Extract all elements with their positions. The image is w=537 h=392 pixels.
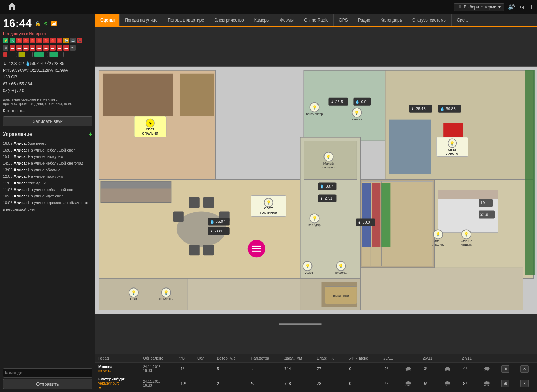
monitor-selector[interactable]: 🖥 Выберите терми ▾ (454, 3, 504, 11)
gear-icon[interactable]: ⚙ (43, 21, 48, 26)
wind-arrow-moscow: ← (251, 365, 258, 373)
main-layout: 16:44 🔒 ⚙ 📶 Нет доступа в Интернет ⚡ 🔧 🔴… (0, 14, 537, 392)
col-pressure: Давл., мм (281, 354, 314, 363)
command-input[interactable] (3, 368, 92, 378)
floor-plan-svg: 💡 вентилятор 💡 ванная 💡 Малый коридор (95, 27, 537, 354)
tab-elektrichestvo[interactable]: Электричество (209, 14, 249, 26)
tab-status-system[interactable]: Статусы системы (407, 14, 452, 26)
col-25: 25/11 (380, 354, 402, 363)
close-button-moscow[interactable]: ✕ (520, 365, 529, 373)
col-26: 26/11 (420, 354, 441, 363)
cloud-moscow (194, 363, 214, 375)
svg-rect-34 (187, 278, 300, 310)
record-sound-button[interactable]: Записать звук (3, 116, 92, 126)
svg-text:ГОСТИНАЯ: ГОСТИНАЯ (260, 211, 278, 214)
d2-icon-moscow: 🌧 (441, 363, 459, 375)
tab-fermy[interactable]: Фермы (275, 14, 299, 26)
grid-btn-ekaterinburg[interactable]: ⊞ (498, 375, 518, 392)
svg-text:🌡 -3.86: 🌡 -3.86 (210, 229, 223, 233)
svg-text:💡: 💡 (436, 232, 440, 237)
tab-kamery[interactable]: Камеры (249, 14, 275, 26)
tab-sceny[interactable]: Сцены (95, 14, 120, 26)
grid-button-ekaterinburg[interactable]: ⊞ (501, 380, 509, 387)
content-area: Сцены Погода на улице Погода в квартире … (95, 14, 537, 392)
d1-icon-ekaterinburg: 🌧 (402, 375, 420, 392)
svg-text:💡: 💡 (464, 232, 469, 237)
battery-2 (18, 52, 33, 57)
status-icon: 📞 (77, 38, 82, 43)
room-anuta[interactable]: 💡 СВЕТ АНЮТА (436, 137, 468, 157)
tab-online-radio[interactable]: Online Radio (299, 14, 334, 26)
svg-text:СВЕТ 2: СВЕТ 2 (461, 239, 472, 243)
tab-pogoda-ulitsa[interactable]: Погода на улице (120, 14, 163, 26)
grid-btn-moscow[interactable]: ⊞ (498, 363, 518, 375)
tab-gps[interactable]: GPS (334, 14, 353, 26)
room-bedroom[interactable]: ☀ СВЕТ СПАЛЬНЯ (134, 116, 166, 137)
log-entry: 16:09 Алиса: Уже вечер! (3, 140, 92, 147)
log-entry: 12:03 Алиса: На улице пасмурно (3, 173, 92, 180)
tab-sys[interactable]: Сис... (452, 14, 473, 26)
light-gtoilet[interactable]: 💡 г.туалет (302, 261, 313, 274)
svg-text:💧 55.97: 💧 55.97 (210, 219, 226, 224)
stat-weather: 🌡-12.8°C / 💧56.7 % / ⏱728.35 (3, 60, 92, 67)
light-turn-off-all[interactable]: выкл. все (325, 286, 357, 304)
light-rgb[interactable]: 💡 RGB (129, 288, 138, 301)
sidebar-log: 16:09 Алиса: Уже вечер! 16:03 Алиса: На … (3, 140, 92, 366)
tab-radio[interactable]: Радио (353, 14, 376, 26)
svg-rect-2 (103, 74, 173, 116)
status-icon: 🔴 (36, 38, 42, 43)
d1-temp-ekaterinburg: -4° (380, 375, 402, 392)
svg-text:💡: 💡 (450, 141, 455, 146)
room-living[interactable]: 💡 СВЕТ ГОСТИНАЯ (251, 195, 286, 216)
col-actions1 (498, 354, 518, 363)
col-cloud: Обл. (194, 354, 214, 363)
d1-temp-moscow: -2° (380, 363, 402, 375)
status-icon: 🔧 (10, 38, 15, 43)
city-link-ekaterinburg[interactable]: yekaterinburg (98, 381, 120, 385)
add-management-button[interactable]: + (88, 131, 92, 138)
svg-text:ЛЕШИК: ЛЕШИК (461, 243, 472, 247)
city-cell-moscow: Москва moscow (95, 363, 140, 375)
grid-button-moscow[interactable]: ⊞ (501, 365, 509, 373)
svg-text:☀: ☀ (148, 121, 152, 125)
col-27: 27/11 (459, 354, 481, 363)
pause-icon[interactable]: ⏸ (528, 4, 533, 10)
col-temp: t°C (176, 354, 194, 363)
svg-text:💡: 💡 (326, 154, 331, 159)
svg-text:💡: 💡 (164, 290, 169, 295)
send-command-button[interactable]: Отправить (3, 379, 92, 389)
hamburger-button[interactable] (248, 240, 265, 257)
temp-icon: 🌡 (3, 61, 7, 66)
svg-text:💧 33.7: 💧 33.7 (320, 184, 333, 189)
svg-rect-25 (362, 183, 371, 247)
col-humidity: Влажн. % (314, 354, 346, 363)
d3-icon-ekaterinburg: 🌧 (480, 375, 498, 392)
tab-pogoda-kvartira[interactable]: Погода в квартире (163, 14, 210, 26)
light-bathroom[interactable]: 💡 ванная (352, 108, 362, 121)
city-link-moscow[interactable]: moscow (98, 369, 111, 373)
volume-icon[interactable]: 🔊 (508, 4, 515, 10)
home-icon-container[interactable] (4, 1, 17, 12)
svg-text:💡: 💡 (131, 290, 136, 295)
status-icon: ▬ (23, 45, 29, 51)
col-actions2 (518, 354, 537, 363)
col-updated: Обновлено (140, 354, 177, 363)
log-entry: 11:03 Алиса: На улице небольшой снег (3, 186, 92, 193)
col-wind: Ветер, м/с (214, 354, 248, 363)
close-btn-ekaterinburg[interactable]: ✕ (518, 375, 537, 392)
status-icon: ✉ (70, 45, 76, 51)
status-icon: 🔴 (43, 38, 49, 43)
cloud-ekaterinburg (194, 375, 214, 392)
close-btn-moscow[interactable]: ✕ (518, 363, 537, 375)
updated-ekaterinburg: 24.11.201816:33 (140, 375, 177, 392)
close-button-ekaterinburg[interactable]: ✕ (520, 380, 529, 387)
battery-3 (34, 52, 48, 57)
wind-arrow-ekaterinburg: ↑ (249, 379, 257, 387)
tab-calendar[interactable]: Календарь (375, 14, 407, 26)
svg-text:24.9: 24.9 (480, 212, 488, 216)
d3-temp-ekaterinburg: -8° (459, 375, 481, 392)
management-section-header: Управление + (3, 131, 92, 138)
prev-track-icon[interactable]: ⏮ (519, 4, 524, 10)
top-bar-controls: 🖥 Выберите терми ▾ 🔊 ⏮ ⏸ (454, 3, 533, 11)
svg-rect-37 (360, 268, 523, 310)
